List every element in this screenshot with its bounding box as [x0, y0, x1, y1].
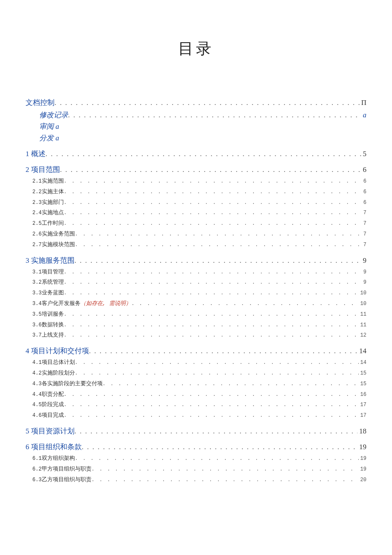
- toc-page: Π: [360, 99, 366, 107]
- toc-entry-subsection[interactable]: 6.3乙方项目组织与职责 20: [32, 476, 366, 485]
- toc-entry-subsection[interactable]: 6.2甲方项目组织与职责 19: [32, 465, 366, 474]
- dot-leader: [64, 279, 362, 287]
- toc-label: 实施模块范围: [42, 241, 75, 250]
- toc-entry-subsection[interactable]: 2.1实施范围 6: [32, 177, 366, 186]
- toc-entry-section[interactable]: 5 项目资源计划 18: [26, 426, 366, 436]
- toc-entry-subsection[interactable]: 2.5工作时间 7: [32, 219, 366, 228]
- toc-entry-subsection[interactable]: 4.5阶段完成 17: [32, 401, 366, 410]
- toc-page: 18: [357, 427, 366, 436]
- toc-label: 6 项目组织和条款: [26, 442, 82, 452]
- dot-leader: [64, 188, 362, 196]
- toc-label: 甲方项目组织与职责: [42, 465, 92, 474]
- toc-entry-subsection[interactable]: 4.1项目总体计划 14: [32, 358, 366, 367]
- dot-leader: [68, 111, 361, 119]
- toc-entry-section[interactable]: 1 概述 5: [26, 149, 366, 159]
- toc-label: 实施业务范围: [42, 230, 75, 239]
- toc-entry-subsection[interactable]: 3.1项目管理 9: [32, 268, 366, 277]
- toc-page: 19: [359, 465, 366, 474]
- toc-entry-subsection[interactable]: 3.6数据转换 11: [32, 321, 366, 330]
- dot-leader: [64, 401, 359, 409]
- toc-page: 7: [362, 220, 366, 228]
- toc-page: 12: [359, 331, 366, 340]
- toc-number: 2.7: [32, 241, 42, 249]
- toc-label: 系统管理: [42, 278, 64, 287]
- toc-page: 10: [359, 300, 366, 308]
- toc-label: 项目总体计划: [42, 358, 75, 367]
- toc-number: 3.5: [32, 311, 42, 319]
- toc-entry-doc-control[interactable]: 文档控制 Π: [26, 98, 366, 108]
- toc-number: 4.3: [32, 380, 42, 388]
- toc-label: 5 项目资源计划: [26, 426, 75, 436]
- dot-leader: [92, 465, 359, 474]
- toc-page: 11: [359, 311, 366, 319]
- toc-entry-subsection[interactable]: 4.6项目完成 17: [32, 411, 366, 420]
- toc-page: 10: [359, 289, 366, 297]
- toc-page: a: [361, 111, 367, 119]
- toc-number: 2.5: [32, 220, 42, 228]
- toc-entry-subsection[interactable]: 3.2系统管理 9: [32, 278, 366, 287]
- toc-entry-section[interactable]: 4 项目计划和交付项 14: [26, 346, 366, 356]
- dot-leader: [64, 331, 359, 340]
- toc-label: 3 实施服务范围: [26, 256, 75, 265]
- toc-label: 上线支持: [42, 331, 64, 340]
- toc-number: 3.6: [32, 321, 42, 329]
- toc-entry-subsection[interactable]: 3.5培训服务 11: [32, 310, 366, 319]
- toc-page: 20: [359, 476, 366, 484]
- toc-entry-section[interactable]: 6 项目组织和条款 19: [26, 442, 366, 452]
- toc-number: 4.1: [32, 359, 42, 367]
- toc-number: 4.2: [32, 369, 42, 378]
- toc-label: 实施地点: [42, 209, 64, 218]
- toc-entry-subsection[interactable]: 2.4实施地点 7: [32, 209, 366, 218]
- toc-number: 2.3: [32, 199, 42, 207]
- toc-number: 3.4: [32, 300, 42, 308]
- toc-entry-subsection[interactable]: 6.1双方组织架构 19: [32, 454, 366, 463]
- toc-entry-subsection[interactable]: 4.4职责分配 16: [32, 390, 366, 399]
- toc-page: 9: [362, 279, 366, 287]
- toc-label: 乙方项目组织与职责: [42, 476, 92, 485]
- dot-leader: [64, 220, 362, 228]
- toc-entry-subsection[interactable]: 3.4客户化开发服务 （如存在, 需说明） 10: [32, 299, 366, 308]
- toc-entry-subsection[interactable]: 2.6实施业务范围 7: [32, 230, 366, 239]
- toc-page: 7: [362, 241, 366, 249]
- toc-page: 19: [359, 455, 366, 463]
- toc-entry-subsection[interactable]: 2.7实施模块范围 7: [32, 241, 366, 250]
- toc-number: 2.4: [32, 209, 42, 217]
- toc-number: 3.3: [32, 289, 42, 297]
- toc-number: 4.4: [32, 391, 42, 399]
- toc-entry-subsection[interactable]: 2.3实施部门 6: [32, 198, 366, 207]
- toc-entry-sub[interactable]: 修改记录a: [39, 110, 366, 120]
- toc-label: 分发 a: [39, 133, 59, 143]
- toc-label: 实施范围: [42, 177, 64, 186]
- toc-page: 17: [359, 401, 366, 409]
- toc-page: 16: [359, 391, 366, 399]
- toc-entry-subsection[interactable]: 3.7上线支持 12: [32, 331, 366, 340]
- dot-leader: [64, 311, 359, 319]
- toc-entry-subsection[interactable]: 3.3业务蓝图 10: [32, 289, 366, 298]
- toc-entry-subsection[interactable]: 2.2实施主体 6: [32, 188, 366, 197]
- dot-leader: [64, 268, 362, 276]
- toc-note: （如存在, 需说明）: [81, 299, 132, 308]
- toc-number: 2.1: [32, 177, 42, 186]
- toc-label: 双方组织架构: [42, 454, 75, 463]
- toc-label: 4 项目计划和交付项: [26, 346, 89, 356]
- toc-entry-section[interactable]: 2 项目范围 6: [26, 165, 366, 174]
- toc-label: 实施部门: [42, 198, 64, 207]
- toc-entry-sub[interactable]: 审阅 a: [39, 122, 366, 131]
- toc-label: 实施阶段划分: [42, 369, 75, 378]
- toc-entry-subsection[interactable]: 4.2实施阶段划分 15: [32, 369, 366, 378]
- dot-leader: [75, 241, 362, 249]
- toc-sections: 1 概述 52 项目范围 62.1实施范围 62.2实施主体 62.3实施部门 …: [26, 149, 366, 484]
- document-page: 目录 文档控制 Π 修改记录a审阅 a分发 a 1 概述 52 项目范围 62.…: [0, 0, 392, 555]
- toc-label: 修改记录: [39, 110, 68, 120]
- toc-entry-sub[interactable]: 分发 a: [39, 133, 366, 143]
- dot-leader: [64, 209, 362, 217]
- toc-entry-section[interactable]: 3 实施服务范围 9: [26, 256, 366, 265]
- toc-label: 审阅 a: [39, 122, 59, 131]
- dot-leader: [75, 369, 359, 378]
- dot-leader: [75, 256, 361, 265]
- toc-label: 1 概述: [26, 149, 46, 159]
- toc-entry-subsection[interactable]: 4.3各实施阶段的主要交付项 15: [32, 380, 366, 389]
- toc-subgroup-doc-control: 修改记录a审阅 a分发 a: [26, 110, 366, 143]
- toc-number: 6.1: [32, 455, 42, 463]
- dot-leader: [89, 347, 357, 355]
